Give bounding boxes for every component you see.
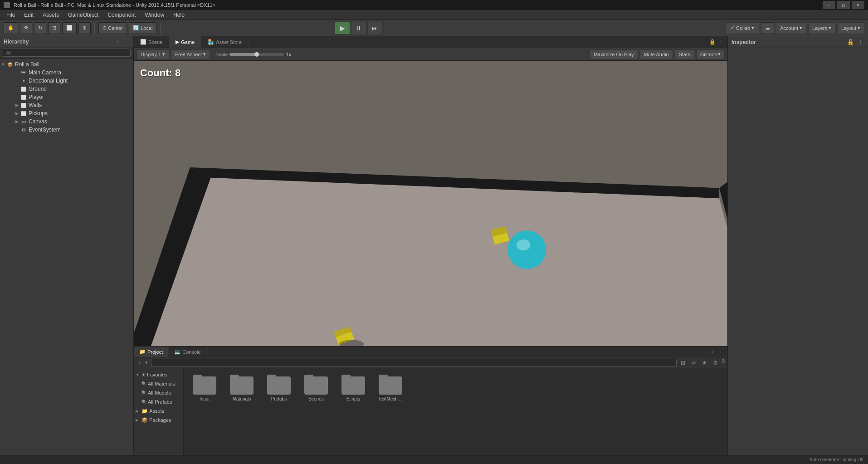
pause-button[interactable]: ⏸: [351, 22, 366, 34]
mute-audio-button[interactable]: Mute Audio: [640, 49, 673, 59]
rotate-tool[interactable]: ↻: [34, 22, 46, 34]
account-button[interactable]: Account ▾: [776, 22, 806, 34]
folder-graphic: [304, 375, 328, 395]
tree-item-menu[interactable]: ⋮: [126, 61, 133, 68]
tree-label: Directional Light: [29, 78, 133, 84]
cloud-button[interactable]: ☁: [761, 22, 774, 34]
tab-scene[interactable]: ⬜ Scene: [134, 36, 169, 48]
sidebar-all-materials[interactable]: 🔍 All Materials: [134, 379, 183, 388]
all-prefabs-label: All Prefabs: [148, 399, 172, 405]
project-search-input[interactable]: [151, 359, 676, 367]
assets-label: Assets: [149, 408, 164, 414]
tab-project[interactable]: 📁 Project: [134, 347, 169, 357]
tree-label: Main Camera: [29, 69, 133, 76]
tree-item-roll-a-ball[interactable]: ▼ 📦 Roll a Ball ⋮: [0, 60, 133, 68]
scale-slider[interactable]: [229, 53, 284, 56]
tab-console[interactable]: 💻 Console: [169, 347, 206, 357]
window-title: Roll a Ball - Roll a Ball - PC, Mac & Li…: [14, 2, 215, 8]
tree-item-player[interactable]: ⬜ Player: [0, 93, 133, 101]
aspect-button[interactable]: Free Aspect ▾: [171, 49, 210, 59]
object-icon: ⬜: [20, 93, 27, 101]
hierarchy-search-input[interactable]: [3, 49, 131, 57]
tree-item-walls[interactable]: ▶ ⬜ Walls: [0, 101, 133, 109]
transform-tool[interactable]: ⊕: [78, 22, 91, 34]
sidebar-all-prefabs[interactable]: 🔍 All Prefabs: [134, 397, 183, 406]
hierarchy-menu-button[interactable]: ⋮: [122, 38, 130, 45]
settings-button[interactable]: ⚙: [711, 358, 720, 367]
svg-point-8: [507, 230, 546, 269]
inspector-menu-button[interactable]: ⋮: [857, 39, 864, 45]
stats-button[interactable]: Stats: [675, 49, 694, 59]
project-filter-button[interactable]: ▾: [144, 359, 149, 366]
star-filter-button[interactable]: ★: [700, 358, 709, 367]
project-add-button[interactable]: +: [137, 360, 142, 366]
asset-label: Input: [200, 396, 210, 401]
menu-file[interactable]: File: [2, 11, 20, 19]
menu-help[interactable]: Help: [169, 11, 189, 19]
asset-store-tab-label: Asset Store: [216, 39, 242, 45]
menu-edit[interactable]: Edit: [20, 11, 38, 19]
asset-folder-input[interactable]: Input: [188, 373, 221, 403]
layers-button[interactable]: Layers ▾: [808, 22, 835, 34]
pivot-button[interactable]: ⊙ Center: [98, 22, 127, 34]
scale-tool[interactable]: ⊞: [48, 22, 60, 34]
tree-item-ground[interactable]: ⬜ Ground: [0, 85, 133, 93]
tree-label: Canvas: [29, 118, 133, 125]
gizmos-button[interactable]: Gizmos ▾: [696, 49, 725, 59]
folder-graphic: [267, 375, 291, 395]
hierarchy-add-button[interactable]: +: [115, 38, 120, 45]
rect-tool[interactable]: ⬜: [62, 22, 77, 34]
game-right-tools: Maximize On Play Mute Audio Stats Gizmos…: [590, 49, 725, 59]
folder-graphic: [379, 375, 402, 395]
maximize-button[interactable]: □: [837, 1, 850, 9]
tree-arrow: ▼: [0, 62, 6, 67]
layout-dropdown-icon: ▾: [858, 25, 860, 31]
tree-item-canvas[interactable]: ▶ ▭ Canvas: [0, 117, 133, 126]
step-button[interactable]: ⏭: [367, 22, 383, 34]
bottom-menu-button[interactable]: ⋮: [717, 348, 725, 355]
sidebar-packages[interactable]: ▶ 📦 Packages: [134, 415, 183, 425]
tree-item-eventsystem[interactable]: ⚙ EventSystem: [0, 126, 133, 134]
menu-assets[interactable]: Assets: [38, 11, 63, 19]
tree-item-directional-light[interactable]: ☀ Directional Light: [0, 77, 133, 85]
menu-component[interactable]: Component: [103, 11, 140, 19]
icon-view-button[interactable]: ⊞: [678, 358, 688, 367]
asset-folder-materials[interactable]: Materials: [225, 373, 258, 403]
assets-arrow: ▶: [136, 409, 140, 413]
collab-button[interactable]: ✓ Collab ▾: [726, 22, 759, 34]
tree-item-pickups[interactable]: ▶ ⬜ Pickups: [0, 109, 133, 117]
view-tab-menu[interactable]: ⋮: [717, 39, 725, 45]
scale-dot[interactable]: [254, 52, 259, 57]
menu-gameobject[interactable]: GameObject: [63, 11, 103, 19]
bottom-add-button[interactable]: +: [710, 349, 715, 355]
pencil-icon-button[interactable]: ✏: [689, 358, 698, 367]
minimize-button[interactable]: −: [823, 1, 835, 9]
asset-folder-scenes[interactable]: Scenes: [300, 373, 332, 403]
tree-label: Ground: [29, 86, 133, 92]
sidebar-all-models[interactable]: 🔍 All Models: [134, 388, 183, 397]
inspector-lock-button[interactable]: 🔓: [847, 39, 854, 45]
display-button[interactable]: Display 1 ▾: [137, 49, 169, 59]
asset-folder-textmesh[interactable]: TextMesh ...: [374, 373, 407, 403]
maximize-on-play-button[interactable]: Maximize On Play: [590, 49, 638, 59]
hierarchy-header: Hierarchy + ⋮: [0, 36, 133, 47]
asset-folder-scripts[interactable]: Scripts: [337, 373, 370, 403]
close-button[interactable]: ×: [852, 1, 864, 9]
tab-game[interactable]: ▶ Game: [169, 36, 201, 48]
layers-label: Layers: [812, 25, 827, 31]
asset-folder-prefabs[interactable]: Prefabs: [263, 373, 295, 403]
layout-button[interactable]: Layout ▾: [837, 22, 864, 34]
space-button[interactable]: 🔄 Local: [129, 22, 156, 34]
hand-tool[interactable]: ✋: [4, 22, 18, 34]
menu-window[interactable]: Window: [140, 11, 169, 19]
sidebar-favorites[interactable]: ▼ ★ Favorites: [134, 370, 183, 379]
tab-asset-store[interactable]: 🏪 Asset Store: [201, 36, 249, 48]
view-tab-lock[interactable]: 🔒: [708, 39, 717, 45]
layers-dropdown-icon: ▾: [829, 25, 831, 31]
menu-bar: File Edit Assets GameObject Component Wi…: [0, 10, 868, 20]
move-tool[interactable]: ✥: [20, 22, 32, 34]
play-button[interactable]: ▶: [335, 22, 350, 34]
play-controls: ▶ ⏸ ⏭: [335, 22, 383, 34]
sidebar-assets[interactable]: ▶ 📁 Assets: [134, 406, 183, 415]
tree-item-main-camera[interactable]: 📷 Main Camera: [0, 68, 133, 77]
